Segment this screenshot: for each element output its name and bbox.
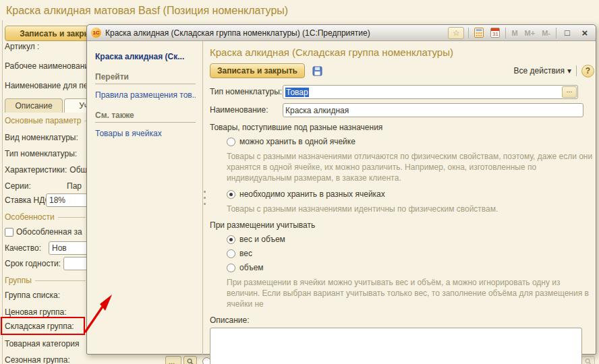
section-features: Особенности	[5, 212, 86, 222]
radio-icon	[227, 264, 235, 272]
radio-store-one-cell[interactable]: можно хранить в одной ячейке	[227, 137, 594, 146]
sidebar-goto-header: Перейти	[95, 72, 196, 84]
characteristics-label: Характеристики:	[5, 165, 67, 175]
bottom-ellipsis-button[interactable]: ...	[165, 356, 181, 364]
dialog-form: Краска алкидная (Складская группа номенк…	[203, 41, 599, 355]
floppy-icon	[312, 66, 322, 76]
sidebar-see-also-header: См. также	[95, 111, 196, 123]
type-input-value: Товар	[285, 88, 309, 97]
article-label: Артикул :	[5, 42, 39, 51]
background-page-title: Краска алкидная матовая Basf (Позиция но…	[6, 5, 288, 17]
bottom-magnifier-button[interactable]	[183, 356, 197, 364]
favorites-star-button[interactable]: ☆	[448, 27, 464, 39]
characteristics-row: Характеристики: Общ	[5, 165, 87, 175]
type-field-label: Тип номенклатуры:	[210, 85, 283, 99]
dialog-sidebar: Краска алкидная (Ск... Перейти Правила р…	[87, 41, 203, 355]
category-label: Товарная категория	[5, 339, 79, 348]
description-label: Описание:	[210, 315, 594, 325]
radio-volume[interactable]: объем	[227, 263, 594, 272]
save-button[interactable]	[310, 63, 326, 78]
quality-label: Качество:	[5, 243, 46, 253]
form-toolbar: Записать и закрыть Все действия ▾ ?	[210, 63, 594, 79]
form-title: Краска алкидная (Складская группа номенк…	[210, 47, 594, 58]
radio-icon	[227, 249, 235, 258]
series-row: Серии: Пар	[5, 181, 82, 191]
bottom-right-magnifier-button[interactable]	[581, 356, 595, 364]
working-name-label: Рабочее наименовани	[5, 61, 89, 71]
radio-store-one-cell-label: можно хранить в одной ячейке	[239, 137, 355, 146]
titlebar-separator	[505, 28, 506, 38]
all-actions-button[interactable]: Все действия ▾	[514, 66, 572, 75]
close-button[interactable]: ×	[578, 27, 592, 38]
dialog-body: Краска алкидная (Ск... Перейти Правила р…	[87, 41, 596, 355]
magnifier-icon	[187, 358, 194, 364]
dialog-titlebar[interactable]: 1С Краска алкидная (Складская группа ном…	[87, 25, 596, 41]
calculator-icon	[474, 28, 484, 38]
memory-m-button[interactable]: M	[510, 29, 519, 37]
purpose-group-header: Товары, поступившие под разные назначени…	[210, 123, 594, 132]
shelf-label: Срок годности:	[5, 259, 61, 268]
separate-checkbox-row[interactable]: Обособленная за	[5, 227, 82, 237]
sidebar-current-item: Краска алкидная (Ск...	[95, 52, 196, 61]
shelf-row: Срок годности:	[5, 257, 93, 270]
name-input-value: Краска алкидная	[285, 106, 349, 115]
type-label-bg: Тип номенклатуры:	[5, 149, 77, 158]
save-close-button[interactable]: Записать и закрыть	[210, 63, 305, 78]
kind-label: Вид номенклатуры:	[5, 133, 78, 142]
calculator-button[interactable]	[473, 27, 485, 39]
placement-group-header: При размещении учитывать	[210, 220, 594, 230]
radio-icon-checked	[227, 190, 235, 199]
seasonal-group-label: Сезонная группа:	[5, 355, 70, 364]
calendar-icon: 31	[490, 28, 500, 38]
tab-description[interactable]: Описание	[5, 98, 63, 113]
toolbar-separator	[576, 65, 577, 76]
radio-icon-checked	[227, 235, 235, 244]
quality-input[interactable]: Нов	[49, 241, 90, 255]
calendar-button[interactable]: 31	[489, 27, 501, 39]
name-field-label: Наименование:	[210, 103, 283, 117]
section-groups: Группы	[5, 276, 86, 285]
screen: Краска алкидная матовая Basf (Позиция но…	[0, 0, 599, 364]
list-group-label: Группа списка:	[5, 291, 60, 300]
price-group-label: Ценовая группа:	[5, 307, 67, 317]
separate-checkbox[interactable]	[5, 228, 13, 237]
radio-weight-and-volume-label: вес и объем	[239, 235, 285, 244]
background-window-edge	[2, 20, 3, 364]
vat-input[interactable]: 18%	[46, 193, 92, 207]
radio-volume-label: объем	[239, 263, 264, 272]
warehouse-group-dialog: 1С Краска алкидная (Складская группа ном…	[86, 24, 596, 355]
help-button[interactable]: ?	[581, 65, 594, 78]
dialog-title-text: Краска алкидная (Складская группа номенк…	[105, 28, 444, 38]
quality-row: Качество: Нов	[5, 241, 90, 255]
section-main-params: Основные параметр	[5, 116, 86, 125]
name-input[interactable]: Краска алкидная	[283, 103, 583, 117]
memory-m-plus-button[interactable]: M+	[523, 29, 537, 37]
separate-label: Обособленная за	[16, 227, 82, 237]
radio-weight[interactable]: вес	[227, 249, 594, 258]
vat-row: Ставка НДС: 18%	[5, 193, 92, 207]
print-name-label: Наименование для пе	[5, 81, 88, 90]
placement-desc: При размещении в ячейки можно учитывать …	[227, 277, 594, 309]
chevron-down-icon: ▾	[567, 66, 571, 75]
maximize-button[interactable]: □	[561, 28, 574, 38]
series-label: Серии:	[5, 181, 64, 191]
magnifier-icon	[585, 358, 592, 364]
purpose-desc-one-cell: Товары с разными назначениями отличаются…	[227, 151, 594, 183]
1c-app-icon: 1С	[91, 28, 101, 38]
radio-weight-label: вес	[239, 249, 252, 258]
sidebar-link-goods-in-cells[interactable]: Товары в ячейках	[95, 129, 196, 138]
series-value: Пар	[67, 181, 82, 191]
titlebar-separator	[556, 28, 557, 38]
purpose-desc-diff-cells: Товары с разными назначениями идентичны …	[227, 204, 594, 214]
memory-m-minus-button[interactable]: M-	[540, 29, 552, 37]
radio-store-diff-cells-label: необходимо хранить в разных ячейках	[239, 189, 385, 199]
radio-weight-and-volume[interactable]: вес и объем	[227, 235, 594, 244]
characteristics-value: Общ	[69, 165, 87, 175]
sidebar-link-placement-rules[interactable]: Правила размещения тов...	[95, 90, 196, 100]
sidebar-splitter[interactable]	[204, 191, 206, 205]
type-ellipsis-button[interactable]: ...	[562, 86, 577, 98]
radio-icon	[227, 138, 235, 146]
radio-store-diff-cells[interactable]: необходимо хранить в разных ячейках	[227, 189, 594, 199]
description-textarea[interactable]	[210, 328, 582, 364]
type-input[interactable]: Товар ...	[283, 85, 578, 99]
